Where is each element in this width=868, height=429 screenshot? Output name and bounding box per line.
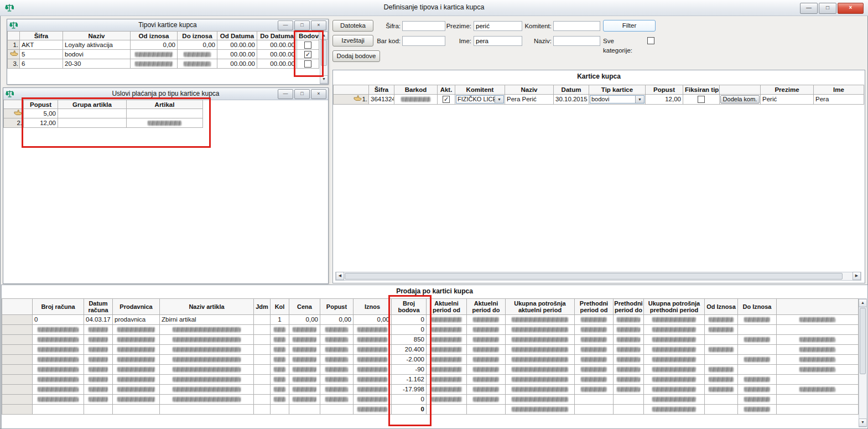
cell [467, 325, 506, 335]
izvestaji-button[interactable]: Izveštaji [332, 35, 373, 46]
row-selector[interactable] [2, 325, 33, 335]
scrollbar-thumb[interactable] [321, 40, 327, 66]
table-row: 850 [2, 335, 859, 345]
redacted-text [148, 121, 181, 126]
row-selector[interactable]: 1. [8, 40, 20, 50]
broj-bodova-cell: -17.998 [392, 385, 427, 395]
cell [271, 365, 289, 375]
minimize-button[interactable]: — [278, 20, 293, 30]
dodela-kom-button[interactable]: Dodela kom. [720, 95, 760, 104]
komitent-input[interactable] [553, 21, 600, 31]
dodaj-bodove-button[interactable]: Dodaj bodove [332, 50, 380, 62]
cell [705, 325, 738, 335]
scroll-left-icon[interactable]: ◀ [336, 272, 344, 280]
row-selector[interactable] [8, 50, 20, 59]
redacted-text [357, 407, 387, 412]
cell [84, 395, 113, 405]
row-selector[interactable] [2, 385, 33, 395]
komitent-select[interactable]: FIZIČKO LICE▼ [456, 95, 504, 104]
row-selector[interactable] [2, 335, 33, 345]
row-selector[interactable]: 3. [8, 59, 20, 69]
redacted-text [274, 377, 285, 382]
column-header: Ime [814, 85, 864, 95]
prezime-input[interactable] [474, 21, 522, 31]
cell [644, 375, 705, 385]
row-selector[interactable] [2, 375, 33, 385]
bodovi-checkbox[interactable] [304, 42, 311, 49]
cell [271, 355, 289, 365]
maximize-button[interactable]: □ [819, 3, 836, 14]
chevron-down-icon[interactable]: ▼ [635, 96, 644, 103]
barkod-input[interactable] [402, 36, 445, 46]
column-header: Broj bodova [392, 298, 427, 315]
scroll-right-icon[interactable]: ▶ [853, 272, 861, 280]
cell [614, 335, 644, 345]
header-row: ŠifraBarkodAkt.KomitentNazivDatumTip kar… [334, 85, 864, 95]
tip-kartice-select[interactable]: bodovi▼ [590, 95, 644, 104]
scroll-down-icon[interactable]: ▼ [859, 418, 867, 427]
chevron-down-icon[interactable]: ▼ [495, 96, 503, 103]
cell [289, 355, 320, 365]
cell [506, 345, 575, 355]
cell [113, 355, 160, 365]
scroll-up-icon[interactable]: ▲ [859, 299, 867, 307]
redacted-text [799, 387, 835, 392]
close-button[interactable]: × [311, 20, 326, 30]
redacted-text [512, 357, 568, 362]
fiksiran-tip-checkbox[interactable] [698, 96, 705, 103]
redacted-text [38, 377, 79, 382]
close-button[interactable]: × [838, 3, 864, 14]
filter-button[interactable]: Filter [603, 20, 656, 32]
cell [614, 365, 644, 375]
column-header: Prodavnica [113, 298, 160, 315]
row-selector[interactable]: 2. [4, 118, 24, 128]
vertical-scrollbar[interactable]: ▲ ▼ [859, 298, 867, 427]
scrollbar-thumb[interactable] [345, 273, 843, 280]
row-selector-header [4, 100, 24, 109]
row-selector[interactable] [2, 395, 33, 405]
close-button[interactable]: × [311, 89, 326, 99]
row-selector[interactable] [4, 109, 24, 118]
sifra-input[interactable] [402, 21, 445, 31]
scroll-down-icon[interactable]: ▼ [320, 75, 328, 84]
row-pointer-icon [10, 50, 18, 56]
scroll-up-icon[interactable]: ▲ [320, 32, 328, 40]
maximize-button[interactable]: □ [294, 20, 310, 30]
cell: 6 [20, 59, 63, 69]
naziv-input[interactable] [553, 36, 600, 46]
minimize-button[interactable]: — [278, 89, 293, 99]
cell [254, 345, 271, 355]
cell [644, 365, 705, 375]
horizontal-scrollbar[interactable]: ◀ ▶ [335, 272, 861, 281]
vertical-scrollbar[interactable]: ▲ ▼ [320, 31, 328, 84]
row-selector[interactable] [2, 345, 33, 355]
cell [33, 395, 84, 405]
row-selector[interactable] [2, 315, 33, 325]
cell: 00.00.00 [257, 59, 297, 69]
ime-input[interactable] [474, 36, 522, 46]
cell [254, 365, 271, 375]
cell [467, 395, 506, 405]
maximize-button[interactable]: □ [294, 89, 310, 99]
redacted-text [135, 52, 172, 57]
row-selector[interactable] [2, 405, 33, 415]
redacted-text [512, 327, 568, 332]
redacted-text [617, 327, 640, 332]
bodovi-checkbox[interactable] [304, 60, 311, 68]
cell [271, 405, 289, 415]
redacted-text [431, 397, 462, 402]
bodovi-cell: ✓ [297, 50, 319, 59]
cell [467, 315, 506, 325]
cell [777, 385, 859, 395]
row-selector[interactable]: 1. [334, 95, 369, 105]
akt-checkbox[interactable]: ✓ [443, 96, 450, 103]
sve-kategorije-checkbox[interactable] [647, 37, 654, 44]
cell [506, 365, 575, 375]
cell [254, 335, 271, 345]
row-selector[interactable] [2, 365, 33, 375]
scrollbar-thumb[interactable] [860, 308, 866, 374]
row-selector[interactable] [2, 355, 33, 365]
minimize-button[interactable]: — [800, 3, 818, 14]
bodovi-checkbox[interactable]: ✓ [304, 51, 311, 58]
datoteka-button[interactable]: Datoteka [332, 20, 373, 32]
